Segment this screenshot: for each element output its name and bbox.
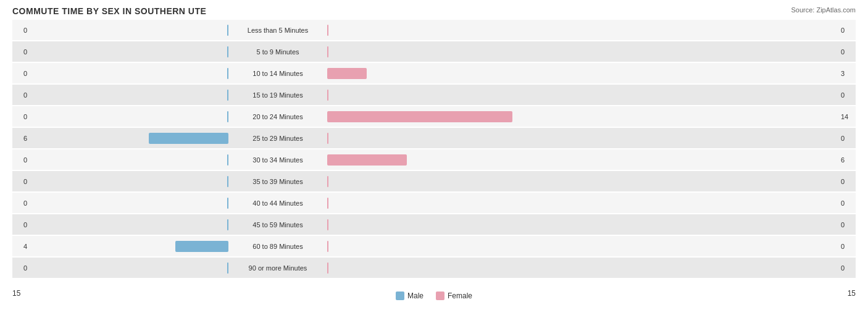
left-value: 0 [12,264,31,272]
right-value: 0 [837,178,856,185]
right-value: 6 [837,156,856,164]
right-value: 0 [837,48,856,56]
right-bar-area [327,236,837,256]
left-value: 0 [12,113,31,120]
right-bar-area [327,171,837,191]
left-bar-area [31,63,228,83]
row-label: 10 to 14 Minutes [228,70,327,77]
bar-section: 40 to 44 Minutes [31,193,837,213]
left-value: 4 [12,243,31,250]
right-value: 0 [837,264,856,272]
chart-area: 0 Less than 5 Minutes 0 0 5 to 9 Minutes… [12,20,856,285]
chart-row: 0 45 to 59 Minutes 0 [12,214,856,235]
right-value: 14 [837,113,856,120]
right-bar-area [327,128,837,148]
chart-row: 0 10 to 14 Minutes 3 [12,63,856,83]
bar-section: 90 or more Minutes [31,258,837,278]
chart-title: COMMUTE TIME BY SEX IN SOUTHERN UTE [12,6,206,16]
row-label: 20 to 24 Minutes [228,113,327,120]
right-bar-area [327,258,837,278]
row-label: 5 to 9 Minutes [228,48,327,56]
title-row: COMMUTE TIME BY SEX IN SOUTHERN UTE Sour… [12,6,856,16]
row-label: 40 to 44 Minutes [228,199,327,207]
right-value: 0 [837,135,856,142]
right-value: 0 [837,221,856,229]
bar-female [327,68,367,79]
row-label: 45 to 59 Minutes [228,221,327,229]
left-value: 0 [12,156,31,164]
bar-section: 5 to 9 Minutes [31,41,837,62]
left-bar-area [31,41,228,62]
bar-female [327,262,328,274]
legend: Male Female [396,292,472,300]
bar-female [327,46,328,57]
bar-section: 35 to 39 Minutes [31,171,837,191]
right-bar-area [327,214,837,235]
row-label: 15 to 19 Minutes [228,91,327,99]
legend-female-box [436,292,444,300]
right-bar-area [327,41,837,62]
row-label: 90 or more Minutes [228,264,327,272]
bar-female [327,111,512,122]
row-label: Less than 5 Minutes [228,27,327,34]
axis-left-label: 15 [12,289,20,300]
bar-section: 45 to 59 Minutes [31,214,837,235]
right-bar-area [327,106,837,127]
bar-section: 60 to 89 Minutes [31,236,837,256]
right-value: 0 [837,27,856,34]
axis-bottom: 15 Male Female 15 [12,285,856,300]
left-bar-area [31,106,228,127]
left-value: 0 [12,48,31,56]
bar-female [327,25,328,36]
left-bar-area [31,193,228,213]
legend-male: Male [396,292,424,300]
chart-row: 0 20 to 24 Minutes 14 [12,106,856,127]
right-bar-area [327,193,837,213]
chart-row: 0 5 to 9 Minutes 0 [12,41,856,62]
row-label: 35 to 39 Minutes [228,178,327,185]
chart-container: COMMUTE TIME BY SEX IN SOUTHERN UTE Sour… [0,0,868,323]
left-value: 0 [12,199,31,207]
bar-section: 30 to 34 Minutes [31,149,837,170]
bar-female [327,198,328,209]
source-text: Source: ZipAtlas.com [791,6,856,14]
bar-female [327,133,328,144]
left-bar-area [31,258,228,278]
row-label: 30 to 34 Minutes [228,156,327,164]
bar-female [327,219,328,230]
chart-row: 0 90 or more Minutes 0 [12,258,856,278]
row-label: 25 to 29 Minutes [228,135,327,142]
bar-female [327,154,407,166]
axis-right-label: 15 [848,289,856,300]
right-bar-area [327,20,837,40]
bar-section: 20 to 24 Minutes [31,106,837,127]
right-bar-area [327,63,837,83]
legend-female-label: Female [448,292,472,300]
left-bar-area [31,20,228,40]
bar-female [327,90,328,101]
left-value: 0 [12,91,31,99]
legend-female: Female [436,292,472,300]
right-bar-area [327,85,837,105]
left-value: 0 [12,27,31,34]
right-bar-area [327,149,837,170]
bar-section: Less than 5 Minutes [31,20,837,40]
left-value: 0 [12,70,31,77]
bar-male [149,133,228,144]
chart-row: 0 Less than 5 Minutes 0 [12,20,856,40]
bar-male [175,241,228,252]
bar-female [327,241,328,252]
left-bar-area [31,128,228,148]
left-value: 6 [12,135,31,142]
chart-row: 4 60 to 89 Minutes 0 [12,236,856,256]
chart-row: 0 30 to 34 Minutes 6 [12,149,856,170]
row-label: 60 to 89 Minutes [228,243,327,250]
left-bar-area [31,236,228,256]
right-value: 0 [837,91,856,99]
left-bar-area [31,171,228,191]
chart-row: 0 35 to 39 Minutes 0 [12,171,856,191]
bar-female [327,176,328,187]
legend-male-label: Male [407,292,424,300]
left-bar-area [31,85,228,105]
right-value: 0 [837,243,856,250]
